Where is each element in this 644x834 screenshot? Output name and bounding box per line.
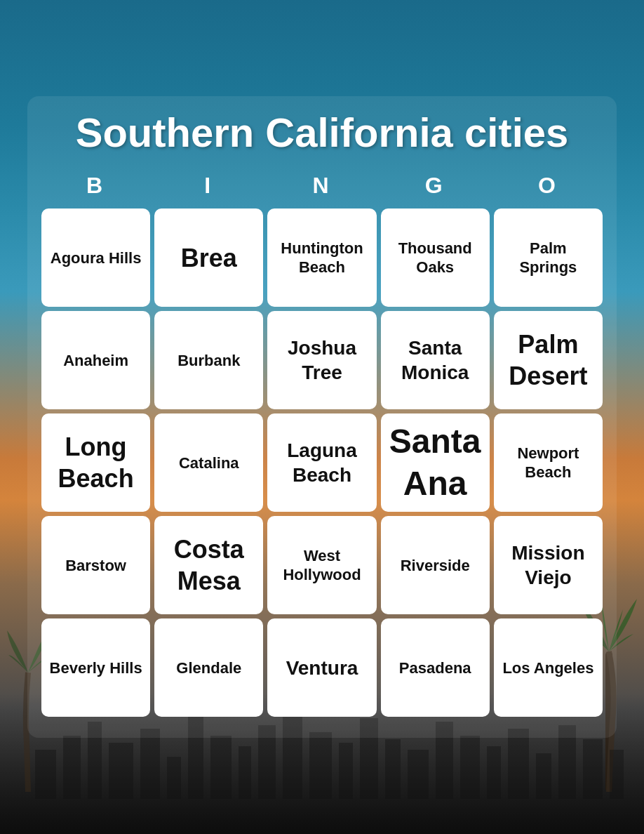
header-o: O bbox=[494, 167, 603, 204]
cell-r3-c0[interactable]: Barstow bbox=[41, 516, 150, 614]
card-title: Southern California cities bbox=[41, 110, 603, 155]
header-n: N bbox=[267, 167, 376, 204]
cell-r3-c4[interactable]: Mission Viejo bbox=[494, 516, 603, 614]
cell-r3-c2[interactable]: West Hollywood bbox=[267, 516, 376, 614]
svg-rect-16 bbox=[408, 750, 429, 799]
cell-r4-c4[interactable]: Los Angeles bbox=[494, 618, 603, 717]
cell-r1-c4[interactable]: Palm Desert bbox=[494, 311, 603, 409]
cell-r2-c4[interactable]: Newport Beach bbox=[494, 413, 603, 512]
svg-rect-1 bbox=[35, 750, 56, 799]
svg-rect-6 bbox=[167, 757, 181, 799]
svg-rect-12 bbox=[309, 732, 332, 799]
svg-rect-19 bbox=[487, 746, 501, 799]
cell-r3-c1[interactable]: Costa Mesa bbox=[154, 516, 263, 614]
svg-rect-8 bbox=[210, 736, 232, 799]
cell-r1-c2[interactable]: Joshua Tree bbox=[267, 311, 376, 409]
cell-r1-c0[interactable]: Anaheim bbox=[41, 311, 150, 409]
cell-r4-c1[interactable]: Glendale bbox=[154, 618, 263, 717]
cell-r0-c1[interactable]: Brea bbox=[154, 208, 263, 307]
svg-rect-4 bbox=[109, 743, 133, 799]
cell-r4-c0[interactable]: Beverly Hills bbox=[41, 618, 150, 717]
svg-rect-21 bbox=[536, 753, 551, 799]
svg-rect-9 bbox=[239, 746, 251, 799]
svg-rect-23 bbox=[583, 739, 603, 799]
cell-r2-c0[interactable]: Long Beach bbox=[41, 413, 150, 512]
cell-r2-c2[interactable]: Laguna Beach bbox=[267, 413, 376, 512]
cell-r4-c2[interactable]: Ventura bbox=[267, 618, 376, 717]
header-b: B bbox=[41, 167, 150, 204]
cell-r0-c2[interactable]: Huntington Beach bbox=[267, 208, 376, 307]
page-background: Southern California cities B I N G O Ago… bbox=[0, 0, 644, 834]
cell-r0-c0[interactable]: Agoura Hills bbox=[41, 208, 150, 307]
cell-r1-c1[interactable]: Burbank bbox=[154, 311, 263, 409]
bingo-card: Southern California cities B I N G O Ago… bbox=[27, 96, 617, 739]
svg-rect-20 bbox=[508, 729, 529, 799]
bingo-header: B I N G O bbox=[41, 167, 603, 204]
cell-r1-c3[interactable]: Santa Monica bbox=[381, 311, 490, 409]
cell-r0-c4[interactable]: Palm Springs bbox=[494, 208, 603, 307]
cell-r3-c3[interactable]: Riverside bbox=[381, 516, 490, 614]
cell-r2-c3[interactable]: Santa Ana bbox=[381, 413, 490, 512]
cell-r0-c3[interactable]: Thousand Oaks bbox=[381, 208, 490, 307]
bingo-grid: Agoura HillsBreaHuntington BeachThousand… bbox=[41, 208, 603, 717]
svg-rect-5 bbox=[140, 729, 160, 799]
header-i: I bbox=[154, 167, 263, 204]
svg-rect-24 bbox=[610, 750, 624, 799]
svg-rect-15 bbox=[385, 739, 401, 799]
svg-rect-13 bbox=[339, 743, 353, 799]
cell-r2-c1[interactable]: Catalina bbox=[154, 413, 263, 512]
svg-rect-2 bbox=[63, 736, 81, 799]
svg-rect-18 bbox=[460, 736, 480, 799]
cell-r4-c3[interactable]: Pasadena bbox=[381, 618, 490, 717]
header-g: G bbox=[381, 167, 490, 204]
